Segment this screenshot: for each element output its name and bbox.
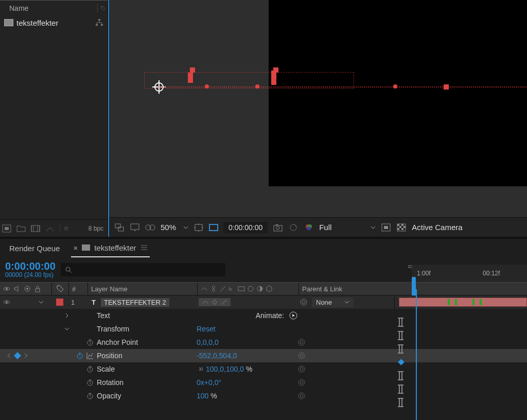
- roi-toggle-icon[interactable]: [381, 223, 391, 232]
- pickwhip-icon[interactable]: [300, 298, 308, 306]
- expression-pickwhip-icon[interactable]: [297, 365, 306, 373]
- parent-dropdown[interactable]: None: [312, 297, 354, 307]
- parent-column[interactable]: Parent & Link: [299, 283, 397, 295]
- constrain-proportions-icon[interactable]: [197, 365, 204, 373]
- twirl-right-icon[interactable]: [64, 312, 70, 319]
- shy-switch-icon[interactable]: [202, 299, 209, 306]
- path-keyframe-dot[interactable]: [255, 84, 259, 89]
- prev-keyframe-icon[interactable]: [7, 353, 12, 358]
- layer-duration-bar[interactable]: [399, 297, 527, 307]
- expression-pickwhip-icon[interactable]: [297, 338, 306, 346]
- property-opacity[interactable]: Opacity 100%: [0, 389, 527, 402]
- flowchart-icon[interactable]: [95, 19, 103, 27]
- viewer-toolbar: 50% 0:00:00:00 Full Active Camera: [109, 217, 527, 237]
- resolution-dropdown[interactable]: Full: [319, 223, 376, 232]
- close-icon[interactable]: ×: [73, 243, 78, 252]
- property-value[interactable]: 0,0,0,0: [197, 338, 297, 346]
- settings-icon[interactable]: [45, 224, 55, 233]
- layer-name[interactable]: TEKSTEFFEKTER 2: [101, 298, 169, 307]
- project-item[interactable]: teksteffekter: [0, 15, 108, 30]
- current-time-indicator-line[interactable]: [416, 289, 417, 420]
- property-group-text[interactable]: Text Animate:: [0, 309, 527, 322]
- solo-icon[interactable]: [24, 285, 31, 292]
- animate-menu-icon[interactable]: [289, 311, 297, 320]
- property-position[interactable]: Position -552,0,504,0: [0, 349, 527, 362]
- bpc-label[interactable]: 8 bpc: [89, 225, 103, 232]
- stopwatch-icon[interactable]: [76, 352, 83, 359]
- 3d-switch-icon[interactable]: [266, 285, 273, 292]
- quality-switch-icon[interactable]: [219, 285, 226, 292]
- path-end-handle[interactable]: [444, 84, 449, 90]
- new-comp-icon[interactable]: [31, 224, 40, 233]
- twirl-down-icon[interactable]: [64, 326, 70, 332]
- viewer-canvas[interactable]: [109, 0, 527, 217]
- time-ruler[interactable]: 1:00f 00:12f: [412, 265, 527, 282]
- keyframe-navigator[interactable]: [0, 353, 35, 358]
- property-value[interactable]: 0x+0,0°: [197, 378, 297, 387]
- layer-search-input[interactable]: [61, 263, 225, 276]
- eye-icon[interactable]: [3, 285, 10, 292]
- collapse-switch-icon[interactable]: [210, 285, 217, 292]
- project-column-name[interactable]: Name: [2, 4, 93, 12]
- index-column[interactable]: #: [69, 283, 87, 295]
- motion-blur-switch-icon[interactable]: [247, 285, 254, 292]
- label-column[interactable]: [52, 283, 68, 295]
- visibility-toggle[interactable]: [3, 299, 10, 306]
- magnification-icon[interactable]: [114, 223, 125, 232]
- reset-link[interactable]: Reset: [197, 325, 297, 333]
- twirl-down-icon[interactable]: [38, 299, 44, 305]
- stopwatch-icon[interactable]: [86, 365, 94, 373]
- adjustment-switch-icon[interactable]: [256, 285, 264, 292]
- property-value[interactable]: -552,0,504,0: [197, 352, 297, 360]
- folder-icon[interactable]: [16, 224, 26, 233]
- project-item-name: teksteffekter: [16, 19, 92, 27]
- current-time-display[interactable]: 0:00:00:00 00000 (24.00 fps): [5, 261, 56, 278]
- region-of-interest-icon[interactable]: [209, 224, 218, 231]
- quality-switch-icon[interactable]: [220, 299, 227, 306]
- svg-point-45: [248, 286, 253, 291]
- speaker-icon[interactable]: [13, 285, 21, 292]
- transparency-grid-icon[interactable]: [396, 223, 407, 232]
- property-value[interactable]: 100%: [197, 392, 297, 400]
- power-icon[interactable]: [60, 224, 69, 233]
- monitor-icon[interactable]: [130, 223, 140, 232]
- show-snapshot-icon[interactable]: [288, 223, 298, 232]
- property-value[interactable]: 100,0,100,0%: [197, 365, 297, 373]
- add-keyframe-icon[interactable]: [14, 352, 21, 359]
- value-graph-icon[interactable]: [86, 352, 94, 359]
- viewer-timecode[interactable]: 0:00:00:00: [223, 222, 268, 233]
- stopwatch-icon[interactable]: [86, 392, 94, 399]
- mask-visibility-icon[interactable]: [145, 223, 155, 232]
- active-view-dropdown[interactable]: Active Camera: [412, 223, 462, 232]
- tag-icon[interactable]: [97, 4, 106, 12]
- lock-icon[interactable]: [34, 285, 41, 292]
- tab-menu-icon[interactable]: [140, 244, 148, 251]
- layer-name-column[interactable]: Layer Name: [88, 283, 197, 295]
- path-keyframe-dot[interactable]: [205, 84, 209, 89]
- expression-pickwhip-icon[interactable]: [297, 392, 306, 400]
- layer-row[interactable]: 1 T TEKSTEFFEKTER 2 None: [0, 295, 527, 309]
- fx-switch-icon[interactable]: fx: [229, 285, 236, 292]
- collapse-switch-icon[interactable]: [211, 299, 218, 306]
- stopwatch-icon[interactable]: [86, 379, 94, 386]
- next-keyframe-icon[interactable]: [23, 353, 28, 358]
- zoom-dropdown[interactable]: 50%: [161, 223, 188, 232]
- channels-icon[interactable]: [304, 223, 314, 232]
- expression-pickwhip-icon[interactable]: [297, 378, 306, 387]
- shy-switch-icon[interactable]: [201, 285, 208, 292]
- safe-zones-icon[interactable]: [194, 223, 204, 232]
- property-anchor-point[interactable]: Anchor Point 0,0,0,0: [0, 336, 527, 349]
- layer-color-label[interactable]: [56, 299, 63, 306]
- mask-square-icon[interactable]: [2, 224, 11, 233]
- expression-pickwhip-icon[interactable]: [297, 352, 306, 360]
- property-rotation[interactable]: Rotation 0x+0,0°: [0, 376, 527, 389]
- motion-path[interactable]: [159, 86, 527, 87]
- path-keyframe-dot[interactable]: [393, 84, 397, 89]
- tab-render-queue[interactable]: Render Queue: [7, 240, 62, 257]
- snapshot-icon[interactable]: [273, 223, 283, 232]
- stopwatch-icon[interactable]: [86, 339, 94, 346]
- property-scale[interactable]: Scale 100,0,100,0%: [0, 362, 527, 376]
- frame-blend-switch-icon[interactable]: [238, 285, 245, 292]
- property-group-transform[interactable]: Transform Reset: [0, 322, 527, 336]
- tab-composition[interactable]: × teksteffekter: [71, 239, 149, 257]
